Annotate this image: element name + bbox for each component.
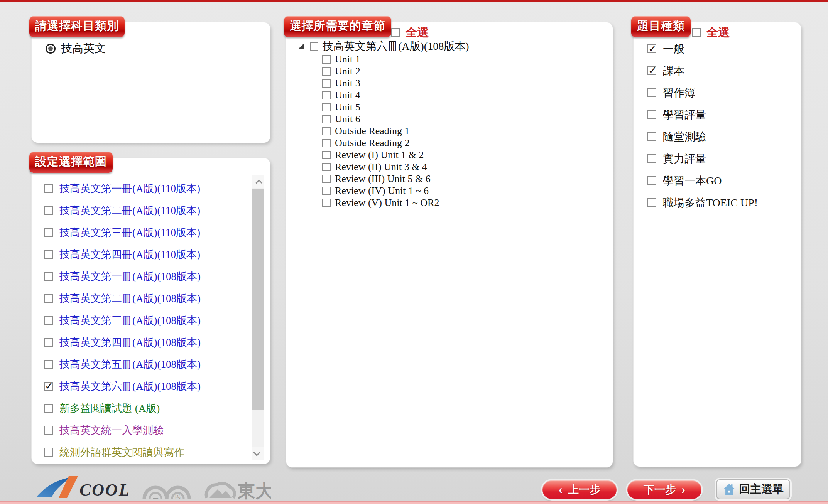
chapter-item-label[interactable]: Outside Reading 2 bbox=[335, 137, 410, 149]
checkbox[interactable] bbox=[44, 250, 53, 259]
range-item-label[interactable]: 技高英文第四冊(A版)(108版本) bbox=[59, 335, 201, 349]
range-item-label[interactable]: 技高英文第五冊(A版)(108版本) bbox=[59, 357, 201, 371]
previous-step-button[interactable]: ‹ 上一步 bbox=[542, 480, 617, 499]
chapter-item[interactable]: Review (V) Unit 1 ~ OR2 bbox=[298, 197, 613, 209]
checkbox[interactable] bbox=[322, 103, 331, 111]
qtype-select-all[interactable]: 全選 bbox=[692, 25, 730, 40]
checkbox[interactable] bbox=[44, 448, 53, 457]
chapter-item[interactable]: Unit 2 bbox=[298, 65, 613, 77]
checkbox[interactable] bbox=[322, 175, 331, 183]
checkbox[interactable] bbox=[647, 176, 656, 185]
checkbox[interactable] bbox=[44, 382, 53, 391]
chapter-select-all[interactable]: 全選 bbox=[391, 25, 429, 40]
range-item-label[interactable]: 技高英文第一冊(A版)(110版本) bbox=[59, 182, 200, 196]
checkbox[interactable] bbox=[322, 139, 331, 147]
range-item-label[interactable]: 技高英文統一入學測驗 bbox=[59, 423, 164, 437]
tree-root-label[interactable]: 技高英文第六冊(A版)(108版本) bbox=[323, 39, 469, 54]
checkbox[interactable] bbox=[647, 154, 656, 163]
chapter-item-label[interactable]: Unit 4 bbox=[335, 89, 360, 101]
tree-root-node[interactable]: 技高英文第六冊(A版)(108版本) bbox=[298, 39, 613, 53]
chapter-item[interactable]: Review (IV) Unit 1 ~ 6 bbox=[298, 185, 613, 197]
checkbox[interactable] bbox=[322, 79, 331, 88]
checkbox[interactable] bbox=[322, 151, 331, 159]
range-item[interactable]: 統測外語群英文閱讀與寫作 bbox=[44, 441, 270, 463]
subject-option[interactable]: 技高英文 bbox=[46, 41, 270, 56]
range-item[interactable]: 技高英文第四冊(A版)(110版本) bbox=[44, 243, 270, 265]
checkbox[interactable] bbox=[44, 338, 53, 347]
range-item[interactable]: 技高英文第三冊(A版)(108版本) bbox=[44, 309, 270, 331]
qtype-item-label[interactable]: 課本 bbox=[663, 64, 684, 78]
checkbox[interactable] bbox=[647, 198, 656, 207]
range-item-label[interactable]: 技高英文第六冊(A版)(108版本) bbox=[59, 379, 201, 393]
checkbox[interactable] bbox=[44, 404, 53, 413]
checkbox[interactable] bbox=[322, 163, 331, 171]
range-item[interactable]: 技高英文第二冊(A版)(108版本) bbox=[44, 287, 270, 309]
range-item-label[interactable]: 新多益閱讀試題 (A版) bbox=[59, 401, 160, 415]
qtype-item[interactable]: 隨堂測驗 bbox=[647, 126, 801, 148]
chapter-item-label[interactable]: Unit 2 bbox=[335, 66, 360, 77]
chapter-item-label[interactable]: Review (V) Unit 1 ~ OR2 bbox=[335, 197, 439, 209]
checkbox[interactable] bbox=[692, 28, 701, 37]
range-item[interactable]: 技高英文第六冊(A版)(108版本) bbox=[44, 375, 270, 397]
range-item-label[interactable]: 技高英文第三冊(A版)(108版本) bbox=[59, 314, 201, 327]
checkbox[interactable] bbox=[44, 206, 53, 215]
chapter-item[interactable]: Unit 5 bbox=[298, 101, 613, 113]
next-step-button[interactable]: 下一步 › bbox=[627, 480, 701, 499]
checkbox[interactable] bbox=[322, 127, 331, 135]
range-item-label[interactable]: 統測外語群英文閱讀與寫作 bbox=[59, 445, 184, 459]
checkbox[interactable] bbox=[322, 67, 331, 76]
checkbox[interactable] bbox=[310, 42, 318, 51]
qtype-item[interactable]: 學習評量 bbox=[647, 104, 801, 126]
qtype-item-label[interactable]: 實力評量 bbox=[663, 152, 706, 166]
checkbox[interactable] bbox=[322, 199, 331, 207]
qtype-item[interactable]: 學習一本GO bbox=[647, 170, 801, 192]
qtype-item-label[interactable]: 一般 bbox=[663, 42, 684, 56]
checkbox[interactable] bbox=[647, 66, 656, 75]
tree-expander-icon[interactable] bbox=[298, 44, 304, 49]
range-item-label[interactable]: 技高英文第四冊(A版)(110版本) bbox=[59, 248, 200, 261]
scrollbar-thumb[interactable] bbox=[252, 189, 264, 410]
chapter-item[interactable]: Review (II) Unit 3 & 4 bbox=[298, 161, 613, 173]
chapter-item[interactable]: Unit 1 bbox=[298, 53, 613, 65]
checkbox[interactable] bbox=[322, 91, 331, 99]
chapter-item-label[interactable]: Outside Reading 1 bbox=[335, 125, 410, 137]
checkbox[interactable] bbox=[44, 360, 53, 369]
qtype-item-label[interactable]: 學習一本GO bbox=[663, 174, 722, 188]
chapter-item-label[interactable]: Review (III) Unit 5 & 6 bbox=[335, 173, 431, 185]
range-item[interactable]: 技高英文第三冊(A版)(110版本) bbox=[44, 221, 270, 243]
checkbox[interactable] bbox=[647, 44, 656, 53]
checkbox[interactable] bbox=[647, 88, 656, 97]
qtype-item[interactable]: 一般 bbox=[647, 38, 801, 60]
checkbox[interactable] bbox=[322, 187, 331, 195]
qtype-item[interactable]: 習作簿 bbox=[647, 82, 801, 104]
range-item[interactable]: 技高英文統一入學測驗 bbox=[44, 419, 270, 441]
chapter-item-label[interactable]: Review (II) Unit 3 & 4 bbox=[335, 161, 427, 173]
qtype-item[interactable]: 職場多益TOEIC UP! bbox=[647, 192, 801, 214]
checkbox[interactable] bbox=[391, 28, 400, 37]
checkbox[interactable] bbox=[44, 272, 53, 281]
range-item-label[interactable]: 技高英文第三冊(A版)(110版本) bbox=[59, 226, 200, 239]
select-all-label[interactable]: 全選 bbox=[406, 25, 429, 40]
chapter-item[interactable]: Unit 3 bbox=[298, 77, 613, 89]
checkbox[interactable] bbox=[322, 55, 331, 64]
range-item[interactable]: 技高英文第一冊(A版)(110版本) bbox=[44, 177, 270, 199]
checkbox[interactable] bbox=[44, 316, 53, 325]
qtype-item-label[interactable]: 學習評量 bbox=[663, 108, 706, 122]
scroll-down-button[interactable] bbox=[252, 447, 264, 460]
qtype-item[interactable]: 課本 bbox=[647, 60, 801, 82]
scroll-up-button[interactable] bbox=[252, 175, 264, 188]
chapter-item[interactable]: Review (I) Unit 1 & 2 bbox=[298, 149, 613, 161]
checkbox[interactable] bbox=[44, 294, 53, 303]
qtype-item-label[interactable]: 隨堂測驗 bbox=[663, 130, 706, 144]
range-item-label[interactable]: 技高英文第二冊(A版)(110版本) bbox=[59, 204, 200, 217]
checkbox[interactable] bbox=[647, 132, 656, 141]
chapter-item-label[interactable]: Unit 3 bbox=[335, 78, 360, 89]
chapter-item[interactable]: Unit 6 bbox=[298, 113, 613, 125]
checkbox[interactable] bbox=[44, 184, 53, 193]
checkbox[interactable] bbox=[44, 228, 53, 237]
qtype-item[interactable]: 實力評量 bbox=[647, 148, 801, 170]
chapter-item-label[interactable]: Review (I) Unit 1 & 2 bbox=[335, 149, 424, 161]
range-item[interactable]: 技高英文第五冊(A版)(108版本) bbox=[44, 353, 270, 375]
select-all-label[interactable]: 全選 bbox=[706, 25, 730, 40]
subject-radio[interactable] bbox=[46, 44, 56, 54]
